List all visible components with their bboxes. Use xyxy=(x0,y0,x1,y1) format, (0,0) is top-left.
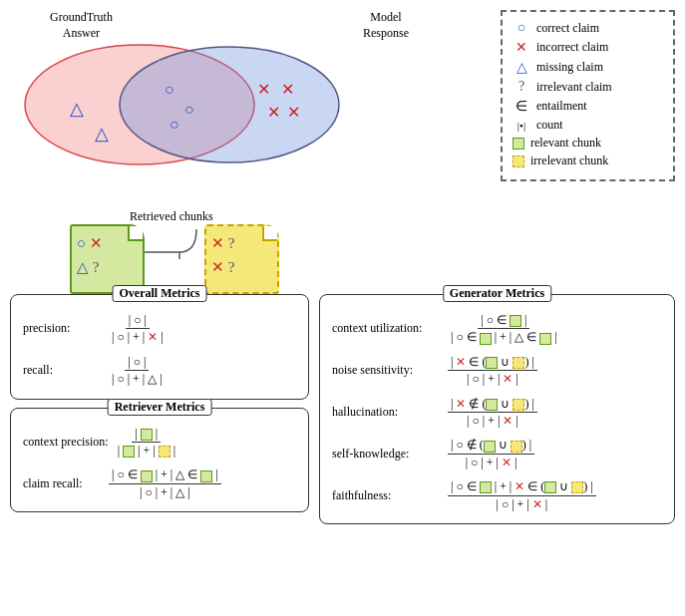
cp-denominator: | | + | | xyxy=(115,443,178,458)
entailment-symbol: ∈ xyxy=(513,98,530,115)
cu-fraction: | ○ ∈ | | ○ ∈ | + | △ ∈ | xyxy=(448,313,560,345)
svg-text:△: △ xyxy=(70,99,84,119)
left-panels: Overall Metrics precision: | ○ | | ○ | +… xyxy=(10,294,309,524)
self-knowledge-row: self-knowledge: | ○ ∉ ( ∪ ) | | ○ | + | … xyxy=(332,438,662,469)
irrelevant-chunk-symbol xyxy=(513,155,524,167)
legend-irrelevant-chunk: irrelevant chunk xyxy=(513,154,663,168)
missing-symbol: △ xyxy=(513,59,530,76)
svg-text:✕: ✕ xyxy=(257,81,270,98)
svg-text:○: ○ xyxy=(184,101,194,118)
claim-recall-metric: claim recall: | ○ ∈ | + | △ ∈ | | ○ | + … xyxy=(23,467,296,499)
precision-fraction: | ○ | | ○ | + | ✕ | xyxy=(109,313,167,345)
legend-entailment: ∈ entailment xyxy=(513,98,663,115)
faith-numerator: | ○ ∈ | + | ✕ ∈ ( ∪ ) | xyxy=(448,479,596,495)
svg-point-1 xyxy=(120,47,339,162)
context-utilization-label: context utilization: xyxy=(332,321,442,336)
self-knowledge-label: self-knowledge: xyxy=(332,447,442,462)
ns-numerator: | ✕ ∈ ( ∪ ) | xyxy=(448,355,537,371)
diagram-area: GroundTruthAnswer ModelResponse △ △ ○ ○ … xyxy=(10,10,429,269)
context-precision-label: context precision: xyxy=(23,435,109,450)
relevant-chunk-label: relevant chunk xyxy=(530,136,601,151)
cr-numerator: | ○ ∈ | + | △ ∈ | xyxy=(109,467,221,483)
recall-metric: recall: | ○ | | ○ | + | △ | xyxy=(23,355,296,387)
count-label: count xyxy=(536,118,563,133)
model-response-label: ModelResponse xyxy=(363,10,409,41)
hall-fraction: | ✕ ∉ ( ∪ ) | | ○ | + | ✕ | xyxy=(448,397,537,429)
cr-denominator: | ○ | + | △ | xyxy=(137,484,193,499)
precision-row: precision: | ○ | | ○ | + | ✕ | xyxy=(23,313,296,345)
ns-fraction: | ✕ ∈ ( ∪ ) | | ○ | + | ✕ | xyxy=(448,355,537,387)
correct-symbol: ○ xyxy=(513,20,530,36)
correct-label: correct claim xyxy=(536,21,599,36)
noise-sensitivity-metric: noise sensitivity: | ✕ ∈ ( ∪ ) | | ○ | +… xyxy=(332,355,662,387)
self-knowledge-metric: self-knowledge: | ○ ∉ ( ∪ ) | | ○ | + | … xyxy=(332,438,662,469)
sk-fraction: | ○ ∉ ( ∪ ) | | ○ | + | ✕ | xyxy=(448,438,534,469)
svg-text:✕: ✕ xyxy=(281,81,294,98)
recall-row: recall: | ○ | | ○ | + | △ | xyxy=(23,355,296,387)
legend-missing: △ missing claim xyxy=(513,59,663,76)
chunk-corner xyxy=(128,226,143,241)
recall-fraction: | ○ | | ○ | + | △ | xyxy=(109,355,166,387)
svg-text:✕: ✕ xyxy=(287,104,300,121)
overall-metrics-panel: Overall Metrics precision: | ○ | | ○ | +… xyxy=(10,294,309,400)
generator-metrics-title: Generator Metrics xyxy=(443,285,551,302)
noise-sensitivity-row: noise sensitivity: | ✕ ∈ ( ∪ ) | | ○ | +… xyxy=(332,355,662,387)
entailment-label: entailment xyxy=(536,99,587,114)
recall-label: recall: xyxy=(23,363,103,378)
hallucination-label: hallucination: xyxy=(332,405,442,420)
irrelevant-symbol: ? xyxy=(513,79,530,95)
hallucination-metric: hallucination: | ✕ ∉ ( ∪ ) | | ○ | + | ✕… xyxy=(332,397,662,429)
retriever-metrics-panel: Retriever Metrics context precision: | |… xyxy=(10,408,309,513)
chunks-area: ○ ✕ △ ? ✕ ? ✕ ? xyxy=(70,224,279,294)
irrelevant-label: irrelevant claim xyxy=(536,80,612,95)
retriever-metrics-title: Retriever Metrics xyxy=(108,399,212,416)
noise-sensitivity-label: noise sensitivity: xyxy=(332,363,442,378)
irrelevant-chunk: ✕ ? ✕ ? xyxy=(204,224,279,294)
legend-correct: ○ correct claim xyxy=(513,20,663,36)
retrieved-chunks-label: Retrieved chunks xyxy=(130,209,213,224)
legend-relevant-chunk: relevant chunk xyxy=(513,136,663,151)
overall-metrics-title: Overall Metrics xyxy=(113,285,207,302)
context-precision-fraction: | | | | + | | xyxy=(115,427,178,459)
recall-denominator: | ○ | + | △ | xyxy=(109,371,166,386)
context-precision-metric: context precision: | | | | + | | xyxy=(23,427,296,459)
cu-numerator: | ○ ∈ | xyxy=(478,313,529,329)
legend-count: |•| count xyxy=(513,118,663,133)
precision-denominator: | ○ | + | ✕ | xyxy=(109,329,167,344)
svg-text:✕: ✕ xyxy=(267,104,280,121)
missing-label: missing claim xyxy=(536,60,603,75)
precision-metric: precision: | ○ | | ○ | + | ✕ | xyxy=(23,313,296,345)
recall-numerator: | ○ | xyxy=(125,355,149,371)
hallucination-row: hallucination: | ✕ ∉ ( ∪ ) | | ○ | + | ✕… xyxy=(332,397,662,429)
venn-diagram: △ △ ○ ○ ○ ✕ ✕ ✕ ✕ xyxy=(10,40,349,169)
groundtruth-label: GroundTruthAnswer xyxy=(50,10,113,41)
faithfulness-label: faithfulness: xyxy=(332,488,442,503)
metrics-area: Overall Metrics precision: | ○ | | ○ | +… xyxy=(10,294,675,524)
precision-numerator: | ○ | xyxy=(126,313,150,329)
svg-text:△: △ xyxy=(95,124,109,144)
relevant-chunk: ○ ✕ △ ? xyxy=(70,224,145,294)
faith-denominator: | ○ | + | ✕ | xyxy=(494,496,551,511)
irrelevant-chunk-label: irrelevant chunk xyxy=(530,154,608,168)
cu-denominator: | ○ ∈ | + | △ ∈ | xyxy=(448,329,560,344)
ns-denominator: | ○ | + | ✕ | xyxy=(464,371,521,386)
legend-irrelevant: ? irrelevant claim xyxy=(513,79,663,95)
generator-metrics-panel: Generator Metrics context utilization: |… xyxy=(319,294,675,524)
precision-label: precision: xyxy=(23,321,103,336)
faithfulness-row: faithfulness: | ○ ∈ | + | ✕ ∈ ( ∪ ) | | … xyxy=(332,479,662,511)
faith-fraction: | ○ ∈ | + | ✕ ∈ ( ∪ ) | | ○ | + | ✕ | xyxy=(448,479,596,511)
claim-recall-row: claim recall: | ○ ∈ | + | △ ∈ | | ○ | + … xyxy=(23,467,296,499)
hall-denominator: | ○ | + | ✕ | xyxy=(464,413,521,428)
count-symbol: |•| xyxy=(513,120,530,132)
relevant-chunk-symbol xyxy=(513,138,524,150)
claim-recall-label: claim recall: xyxy=(23,476,103,491)
context-utilization-row: context utilization: | ○ ∈ | | ○ ∈ | + |… xyxy=(332,313,662,345)
sk-denominator: | ○ | + | ✕ | xyxy=(463,455,520,469)
faithfulness-metric: faithfulness: | ○ ∈ | + | ✕ ∈ ( ∪ ) | | … xyxy=(332,479,662,511)
svg-text:○: ○ xyxy=(165,81,174,98)
chunk-corner-irr xyxy=(262,226,277,241)
sk-numerator: | ○ ∉ ( ∪ ) | xyxy=(448,438,534,454)
legend-incorrect: ✕ incorrect claim xyxy=(513,39,663,56)
claim-recall-fraction: | ○ ∈ | + | △ ∈ | | ○ | + | △ | xyxy=(109,467,221,499)
svg-text:○: ○ xyxy=(170,116,179,133)
